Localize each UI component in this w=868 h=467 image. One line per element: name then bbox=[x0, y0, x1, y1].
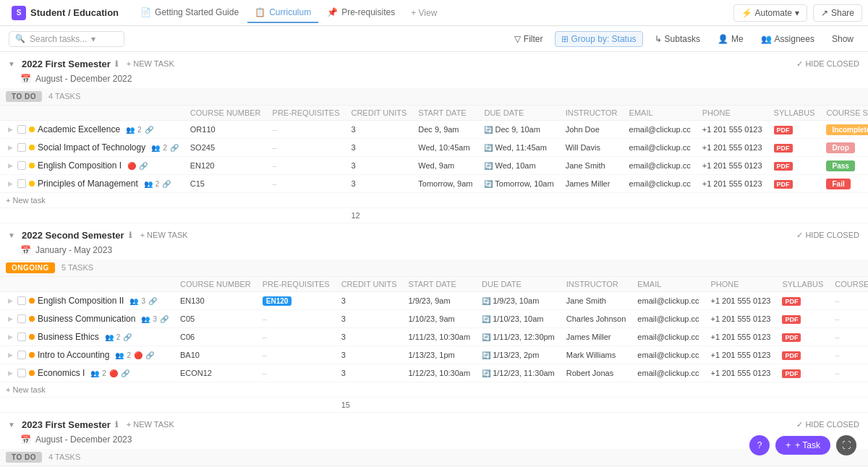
task-checkbox-bc[interactable] bbox=[17, 314, 26, 323]
assignees-btn[interactable]: 👥 Assignees bbox=[755, 32, 820, 46]
email-econ: email@clickup.cc bbox=[631, 364, 705, 382]
topbar: S Student / Education 📄 Getting Started … bbox=[0, 0, 868, 26]
syllabus-sit[interactable]: PDF bbox=[768, 139, 821, 157]
add-task-fab[interactable]: + + Task bbox=[775, 436, 830, 455]
task-name-pm[interactable]: Principles of Management bbox=[38, 179, 138, 189]
task-expand-ec2[interactable]: ▶ bbox=[6, 296, 14, 305]
link-icon-ae[interactable]: 🔗 bbox=[145, 126, 153, 134]
filter-btn[interactable]: ▽ Filter bbox=[509, 32, 549, 46]
section-info-2022-first[interactable]: ℹ bbox=[115, 59, 118, 69]
tab-getting-started[interactable]: 📄 Getting Started Guide bbox=[133, 3, 246, 23]
syllabus-ia[interactable]: PDF bbox=[776, 346, 829, 364]
section-header-2023-first: ▼ 2023 First Semester ℹ + NEW TASK ✓ HID… bbox=[0, 413, 868, 433]
subtask-count-ec2: 3 bbox=[141, 297, 145, 305]
syllabus-econ[interactable]: PDF bbox=[776, 364, 829, 382]
syllabus-pm[interactable]: PDF bbox=[768, 175, 821, 193]
share-btn[interactable]: ↗ Share bbox=[813, 4, 862, 22]
new-task-btn-2022-second[interactable]: + NEW TASK bbox=[136, 229, 192, 241]
task-name-be[interactable]: Business Ethics bbox=[38, 332, 99, 342]
expand-btn[interactable]: ⛶ bbox=[836, 435, 856, 455]
email-ec2: email@clickup.cc bbox=[631, 292, 705, 310]
syllabus-ae[interactable]: PDF bbox=[768, 121, 821, 139]
add-task-link-2022-second[interactable]: + New task bbox=[6, 385, 868, 394]
col-phone: PHONE bbox=[697, 106, 768, 121]
pre-req-ae: – bbox=[267, 121, 346, 139]
me-btn[interactable]: 👤 Me bbox=[712, 32, 749, 46]
section-info-2022-second[interactable]: ℹ bbox=[129, 231, 132, 240]
task-checkbox-ae[interactable] bbox=[17, 125, 26, 134]
phone-econ: +1 201 555 0123 bbox=[705, 364, 777, 382]
table-row: ▶ English Composition I 🔴 🔗 EN120 – 3 bbox=[0, 157, 868, 175]
add-task-link-2022-first[interactable]: + New task bbox=[6, 196, 868, 205]
task-name-ia[interactable]: Intro to Accounting bbox=[38, 350, 109, 360]
tab-curriculum[interactable]: 📋 Curriculum bbox=[247, 3, 318, 23]
section-toggle-2023-first[interactable]: ▼ bbox=[6, 419, 17, 430]
task-expand-ec1[interactable]: ▶ bbox=[6, 161, 14, 170]
credits-ae: 3 bbox=[345, 121, 412, 139]
link-icon-ia[interactable]: 🔗 bbox=[145, 351, 154, 359]
syllabus-be[interactable]: PDF bbox=[776, 328, 829, 346]
hide-closed-btn-2023-first[interactable]: ✓ HIDE CLOSED bbox=[796, 420, 859, 429]
task-name-econ[interactable]: Economics I bbox=[38, 368, 85, 378]
hide-closed-btn-2022-second[interactable]: ✓ HIDE CLOSED bbox=[796, 231, 859, 240]
subtasks-btn[interactable]: ↳ Subtasks bbox=[649, 32, 706, 46]
task-icons-ia: 👥2 🔴 🔗 bbox=[115, 351, 154, 359]
course-status-ae: Incomplete bbox=[820, 121, 868, 139]
task-name-ec2[interactable]: English Composition II bbox=[38, 296, 124, 306]
task-name-sit[interactable]: Social Impact of Technology bbox=[38, 142, 145, 153]
automate-chevron: ▾ bbox=[795, 8, 799, 18]
link-icon-bc[interactable]: 🔗 bbox=[160, 315, 169, 323]
col-start-date-s2: START DATE bbox=[402, 277, 476, 292]
pre-req-econ: – bbox=[257, 364, 336, 382]
section-toggle-2022-second[interactable]: ▼ bbox=[6, 229, 17, 241]
link-icon-be[interactable]: 🔗 bbox=[123, 333, 132, 341]
link-icon-ec2[interactable]: 🔗 bbox=[148, 297, 157, 305]
task-expand-ae[interactable]: ▶ bbox=[6, 125, 14, 134]
syllabus-ec2[interactable]: PDF bbox=[776, 292, 829, 310]
link-icon-econ[interactable]: 🔗 bbox=[121, 369, 129, 377]
link-icon-pm[interactable]: 🔗 bbox=[162, 180, 171, 188]
syllabus-ec1[interactable]: PDF bbox=[768, 157, 821, 175]
bottom-buttons: ? + + Task ⛶ bbox=[749, 435, 856, 455]
help-btn[interactable]: ? bbox=[749, 435, 770, 455]
task-checkbox-ec2[interactable] bbox=[17, 296, 26, 305]
section-toggle-2022-first[interactable]: ▼ bbox=[6, 58, 17, 69]
task-checkbox-ia[interactable] bbox=[17, 351, 26, 359]
task-expand-ia[interactable]: ▶ bbox=[6, 351, 14, 359]
task-count-2023-first-todo: 4 TASKS bbox=[48, 453, 80, 461]
task-expand-sit[interactable]: ▶ bbox=[6, 143, 14, 152]
search-box[interactable]: 🔍 Search tasks... ▾ bbox=[9, 31, 124, 47]
hide-closed-btn-2022-first[interactable]: ✓ HIDE CLOSED bbox=[796, 59, 859, 69]
new-task-btn-2022-first[interactable]: + NEW TASK bbox=[122, 58, 179, 69]
start-date-sit: Wed, 10:45am bbox=[412, 139, 478, 157]
task-checkbox-be[interactable] bbox=[17, 333, 26, 341]
section-info-2023-first[interactable]: ℹ bbox=[115, 420, 118, 429]
task-name-cell-ae: ▶ Academic Excellence 👥2 🔗 bbox=[0, 121, 184, 139]
col-syllabus: SYLLABUS bbox=[768, 106, 821, 121]
task-name-ae[interactable]: Academic Excellence bbox=[38, 124, 120, 134]
group-by-btn[interactable]: ⊞ Group by: Status bbox=[555, 31, 643, 47]
task-expand-bc[interactable]: ▶ bbox=[6, 314, 14, 323]
task-expand-pm[interactable]: ▶ bbox=[6, 179, 14, 188]
task-name-bc[interactable]: Business Communication bbox=[38, 314, 135, 324]
instructor-ia: Mark Williams bbox=[561, 346, 632, 364]
task-expand-be[interactable]: ▶ bbox=[6, 333, 14, 341]
new-task-btn-2023-first[interactable]: + NEW TASK bbox=[122, 419, 179, 430]
brand-icon: S bbox=[12, 6, 26, 20]
task-checkbox-pm[interactable] bbox=[17, 179, 26, 188]
topbar-right: ⚡ Automate ▾ ↗ Share bbox=[733, 4, 862, 22]
tab-prerequisites[interactable]: 📌 Pre-requisites bbox=[320, 3, 402, 23]
link-icon-sit[interactable]: 🔗 bbox=[170, 144, 179, 152]
link-icon-ec1[interactable]: 🔗 bbox=[139, 162, 148, 170]
syllabus-bc[interactable]: PDF bbox=[776, 310, 829, 328]
section-2022-first: ▼ 2022 First Semester ℹ + NEW TASK ✓ HID… bbox=[0, 52, 868, 223]
task-checkbox-sit[interactable] bbox=[17, 143, 26, 152]
task-checkbox-ec1[interactable] bbox=[17, 161, 26, 170]
task-checkbox-econ[interactable] bbox=[17, 369, 26, 377]
add-view-btn[interactable]: + View bbox=[404, 4, 444, 22]
task-color-pm bbox=[29, 181, 35, 187]
automate-btn[interactable]: ⚡ Automate ▾ bbox=[733, 4, 807, 22]
task-expand-econ[interactable]: ▶ bbox=[6, 369, 14, 377]
show-btn[interactable]: Show bbox=[826, 32, 859, 46]
task-name-ec1[interactable]: English Composition I bbox=[38, 160, 122, 171]
